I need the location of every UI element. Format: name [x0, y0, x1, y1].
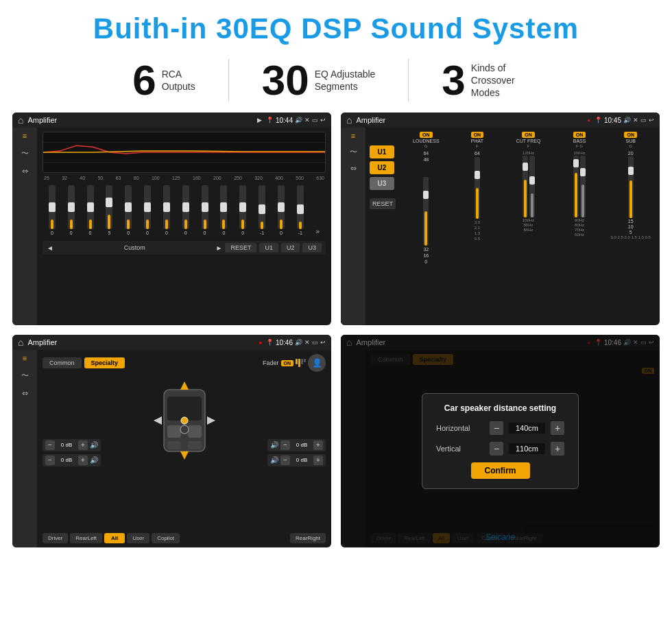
- cross-bass-sliders: 100Hz 90Hz: [555, 151, 605, 321]
- cross-cutfreq-slider2[interactable]: [529, 156, 535, 217]
- cross-cutfreq-slider1[interactable]: [523, 156, 528, 217]
- cross-sub-on[interactable]: ON: [624, 132, 637, 138]
- cross-location-icon: 📍: [595, 117, 602, 123]
- eq-sidebar-eq-icon[interactable]: ≡: [23, 132, 27, 140]
- eq-more-icon[interactable]: »: [316, 228, 320, 235]
- fader-user-btn[interactable]: User: [127, 533, 149, 543]
- modal-horizontal-minus[interactable]: −: [490, 421, 503, 435]
- fader-sidebar: ≡ 〜 ⇔: [12, 350, 37, 547]
- eq-slider-0[interactable]: 0: [49, 185, 56, 235]
- cross-phat-on[interactable]: ON: [471, 132, 484, 138]
- fader-vol-row-3: 🔊 − 0 dB +: [267, 439, 326, 451]
- fader-back-icon[interactable]: ↩: [320, 339, 326, 346]
- fader-profile-icon[interactable]: 👤: [308, 354, 326, 372]
- fader-vol3-plus[interactable]: +: [313, 440, 323, 450]
- cross-u2-button[interactable]: U2: [370, 161, 394, 174]
- eq-graph: [43, 132, 326, 173]
- eq-slider-2[interactable]: 0: [87, 185, 94, 235]
- fader-vol2-plus[interactable]: +: [78, 456, 88, 465]
- fader-driver-btn[interactable]: Driver: [43, 533, 68, 543]
- freq-160: 160: [193, 176, 201, 180]
- fader-vol1-value: 0 dB: [57, 442, 76, 448]
- eq-reset-button[interactable]: RESET: [225, 243, 256, 252]
- cross-sub-slider[interactable]: [628, 156, 634, 218]
- eq-sidebar: ≡ 〜 ⇔: [12, 128, 37, 325]
- cross-loudness-slider[interactable]: [423, 177, 429, 246]
- cross-phat-slider[interactable]: [475, 157, 480, 219]
- eq-slider-4[interactable]: 0: [125, 185, 132, 235]
- eq-slider-6[interactable]: 0: [163, 185, 170, 235]
- cross-sidebar-wave-icon[interactable]: 〜: [350, 147, 357, 157]
- modal-horizontal-plus[interactable]: +: [551, 421, 564, 435]
- eq-u1-button[interactable]: U1: [259, 243, 278, 252]
- cross-title: Amplifier: [356, 116, 583, 124]
- fader-bars-icon: [296, 359, 306, 367]
- cross-cutfreq-on[interactable]: ON: [522, 132, 535, 138]
- cross-cutfreq-sub: F: [527, 144, 530, 148]
- cross-loudness-on[interactable]: ON: [420, 132, 433, 138]
- eq-u3-button[interactable]: U3: [302, 243, 322, 252]
- fader-sidebar-speaker-icon[interactable]: ⇔: [22, 389, 28, 398]
- fader-vol1-minus[interactable]: −: [45, 440, 55, 450]
- eq-slider-12[interactable]: 0: [278, 185, 285, 235]
- fader-rearleft-btn[interactable]: RearLeft: [70, 533, 102, 543]
- cross-bass-on[interactable]: ON: [573, 132, 586, 138]
- eq-home-icon[interactable]: ⌂: [18, 115, 23, 126]
- eq-slider-10[interactable]: 0: [239, 185, 246, 235]
- cross-bass-slider2[interactable]: [580, 156, 586, 217]
- eq-sidebar-wave-icon[interactable]: 〜: [21, 148, 29, 158]
- fader-vol1-plus[interactable]: +: [78, 440, 88, 450]
- fader-rearright-btn[interactable]: RearRight: [290, 533, 326, 543]
- cross-channel-headers: ON LOUDNESS G ON PHAT F ON CUT FREQ: [400, 132, 656, 148]
- eq-vol-icon: 🔊: [295, 117, 302, 123]
- modal-vertical-plus[interactable]: +: [551, 442, 564, 456]
- fader-copilot-btn[interactable]: Copilot: [152, 533, 180, 543]
- eq-slider-9[interactable]: 0: [220, 185, 227, 235]
- cross-home-icon[interactable]: ⌂: [346, 115, 352, 126]
- cross-u1-button[interactable]: U1: [370, 145, 394, 158]
- cross-bass-slider1[interactable]: [573, 156, 579, 217]
- eq-play-icon: ▶: [257, 117, 262, 123]
- stat-rca-number: 6: [132, 59, 156, 102]
- cross-reset-button[interactable]: RESET: [370, 198, 396, 209]
- eq-slider-7[interactable]: 0: [182, 185, 189, 235]
- fader-vol2-minus[interactable]: −: [45, 456, 55, 465]
- eq-slider-5[interactable]: 0: [144, 185, 151, 235]
- svg-rect-7: [188, 425, 202, 438]
- fader-speaker2-icon: 🔊: [90, 456, 98, 464]
- stat-eq: 30 EQ AdjustableSegments: [229, 59, 409, 102]
- freq-125: 125: [172, 176, 180, 180]
- cross-sub-label: SUB: [625, 139, 635, 143]
- eq-slider-3[interactable]: 5: [106, 185, 112, 235]
- cross-sidebar-eq-icon[interactable]: ≡: [351, 132, 355, 140]
- eq-prev-button[interactable]: ◄: [47, 244, 53, 252]
- eq-sidebar-speaker-icon[interactable]: ⇔: [22, 167, 28, 176]
- eq-back-icon[interactable]: ↩: [320, 117, 326, 123]
- fader-vol3-minus[interactable]: −: [280, 440, 290, 450]
- modal-vertical-value: 110cm: [509, 443, 545, 454]
- eq-u2-button[interactable]: U2: [281, 243, 300, 252]
- fader-sidebar-eq-icon[interactable]: ≡: [23, 354, 27, 362]
- modal-confirm-button[interactable]: Confirm: [471, 462, 530, 479]
- fader-common-tab[interactable]: Common: [43, 357, 82, 368]
- fader-all-btn[interactable]: All: [104, 533, 125, 543]
- cross-main: U1 U2 U3 RESET ON LOUDNESS G: [365, 128, 660, 325]
- eq-slider-13[interactable]: -1: [297, 185, 304, 235]
- eq-sliders: 0 0 0 5 0: [43, 183, 326, 238]
- cross-u3-button[interactable]: U3: [370, 177, 394, 190]
- eq-slider-1[interactable]: 0: [68, 185, 75, 235]
- fader-vol4-plus[interactable]: +: [313, 456, 323, 465]
- fader-vol4-minus[interactable]: −: [280, 456, 290, 465]
- cross-back-icon[interactable]: ↩: [649, 117, 654, 123]
- cross-sidebar-speaker-icon[interactable]: ⇔: [350, 164, 357, 173]
- eq-slider-11[interactable]: -1: [259, 185, 265, 235]
- eq-slider-8[interactable]: 0: [202, 185, 208, 235]
- cross-channels-container: ON LOUDNESS G ON PHAT F ON CUT FREQ: [400, 132, 656, 321]
- fader-speaker1-icon: 🔊: [90, 441, 98, 449]
- freq-25: 25: [44, 176, 49, 180]
- modal-vertical-minus[interactable]: −: [490, 442, 503, 456]
- fader-home-icon[interactable]: ⌂: [18, 337, 23, 348]
- fader-specialty-tab[interactable]: Specialty: [84, 357, 125, 368]
- eq-next-button[interactable]: ►: [216, 244, 223, 252]
- fader-sidebar-wave-icon[interactable]: 〜: [21, 370, 29, 381]
